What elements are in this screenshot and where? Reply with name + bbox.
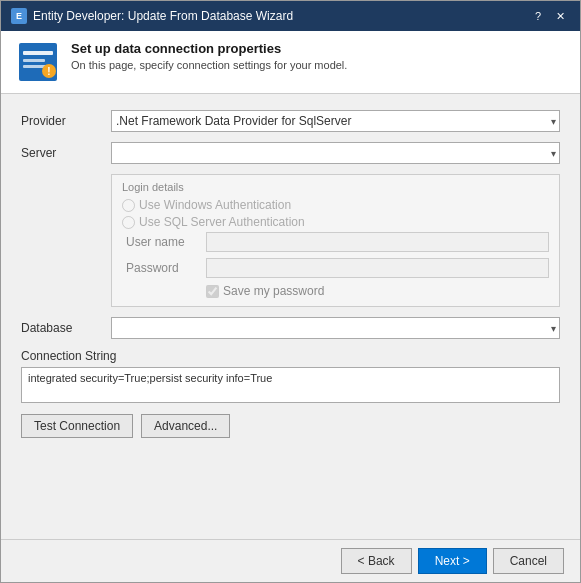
server-label: Server (21, 146, 111, 160)
next-button[interactable]: Next > (418, 548, 487, 574)
header-heading: Set up data connection properties (71, 41, 347, 56)
app-icon: E (11, 8, 27, 24)
test-connection-button[interactable]: Test Connection (21, 414, 133, 438)
server-select-wrapper: ▾ (111, 142, 560, 164)
title-bar: E Entity Developer: Update From Database… (1, 1, 580, 31)
svg-rect-2 (23, 59, 45, 62)
dialog-window: E Entity Developer: Update From Database… (0, 0, 581, 583)
database-label: Database (21, 321, 111, 335)
database-row: Database ▾ (21, 317, 560, 339)
cancel-button[interactable]: Cancel (493, 548, 564, 574)
close-button[interactable]: ✕ (550, 7, 570, 25)
server-row: Server ▾ (21, 142, 560, 164)
save-password-checkbox[interactable] (206, 285, 219, 298)
windows-auth-row: Use Windows Authentication (122, 198, 549, 212)
provider-row: Provider .Net Framework Data Provider fo… (21, 110, 560, 132)
title-bar-controls: ? ✕ (528, 7, 570, 25)
connection-string-section: Connection String Test Connection Advanc… (21, 349, 560, 438)
svg-text:!: ! (47, 66, 50, 77)
cs-buttons: Test Connection Advanced... (21, 414, 560, 438)
title-bar-left: E Entity Developer: Update From Database… (11, 8, 293, 24)
windows-auth-label: Use Windows Authentication (139, 198, 291, 212)
wizard-icon: ! (17, 41, 59, 83)
login-group-title: Login details (122, 181, 549, 193)
dialog-title: Entity Developer: Update From Database W… (33, 9, 293, 23)
database-select-wrapper: ▾ (111, 317, 560, 339)
password-row: Password (126, 258, 549, 278)
header-text: Set up data connection properties On thi… (71, 41, 347, 71)
provider-select-wrapper: .Net Framework Data Provider for SqlServ… (111, 110, 560, 132)
login-details-group: Login details Use Windows Authentication… (111, 174, 560, 307)
password-input[interactable] (206, 258, 549, 278)
connection-string-label: Connection String (21, 349, 560, 363)
header-section: ! Set up data connection properties On t… (1, 31, 580, 94)
svg-rect-1 (23, 51, 53, 55)
header-description: On this page, specify connection setting… (71, 59, 347, 71)
save-password-row: Save my password (206, 284, 549, 298)
sql-auth-radio[interactable] (122, 216, 135, 229)
username-row: User name (126, 232, 549, 252)
username-label: User name (126, 235, 206, 249)
connection-string-textarea[interactable] (21, 367, 560, 403)
save-password-label: Save my password (223, 284, 324, 298)
server-select[interactable] (111, 142, 560, 164)
windows-auth-radio[interactable] (122, 199, 135, 212)
sql-auth-row: Use SQL Server Authentication (122, 215, 549, 229)
password-label: Password (126, 261, 206, 275)
help-button[interactable]: ? (528, 7, 548, 25)
provider-label: Provider (21, 114, 111, 128)
footer: < Back Next > Cancel (1, 539, 580, 582)
advanced-button[interactable]: Advanced... (141, 414, 230, 438)
provider-select[interactable]: .Net Framework Data Provider for SqlServ… (111, 110, 560, 132)
back-button[interactable]: < Back (341, 548, 412, 574)
database-select[interactable] (111, 317, 560, 339)
content-area: Provider .Net Framework Data Provider fo… (1, 94, 580, 539)
sql-auth-label: Use SQL Server Authentication (139, 215, 305, 229)
username-input[interactable] (206, 232, 549, 252)
